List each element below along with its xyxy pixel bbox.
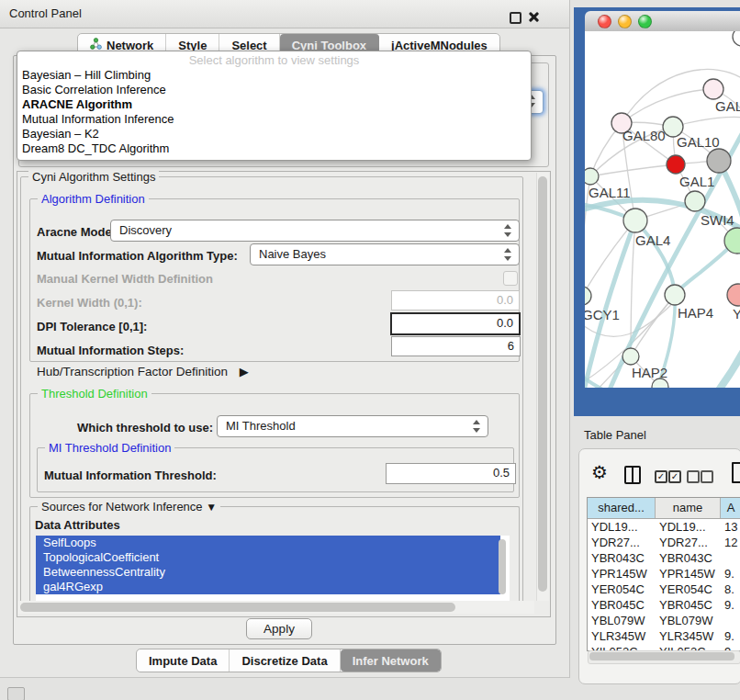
gear-icon[interactable]: ⚙: [591, 463, 608, 481]
network-canvas[interactable]: GAL80GALGAL10GAL1GAL11SWI4GAL4GCY1HAP4YH…: [585, 31, 740, 388]
control-panel-window: Control Panel Network: [0, 0, 570, 678]
tab-discretize-data[interactable]: Discretize Data: [230, 649, 340, 672]
network-node-GAL2[interactable]: [703, 79, 723, 99]
group-title: Algorithm Definition: [38, 192, 149, 206]
group-title: Threshold Definition: [38, 387, 151, 401]
group-title: Cyni Algorithm Settings: [28, 170, 159, 184]
table-cell: [721, 550, 740, 566]
scrollbar-thumb[interactable]: [589, 652, 734, 660]
table-row[interactable]: YER054CYER054C8.: [588, 581, 740, 597]
scrollbar-thumb[interactable]: [538, 176, 547, 592]
network-node-gray-node[interactable]: [707, 149, 731, 173]
desktop: Control Panel Network: [0, 0, 740, 700]
algorithm-dropdown-list: Select algorithm to view settings Bayesi…: [17, 51, 532, 161]
list-scrollbar-thumb[interactable]: [499, 539, 506, 594]
table-row[interactable]: YPR145WYPR145W9.: [588, 566, 740, 581]
table-row[interactable]: YBL079WYBL079W: [588, 613, 740, 628]
data-attribute-item[interactable]: gal4RGexp: [36, 580, 500, 594]
network-edge: [622, 69, 740, 123]
algorithm-option[interactable]: ARACNE Algorithm: [17, 97, 531, 112]
unchecked-checkbox-icon[interactable]: [687, 470, 700, 483]
network-node-HAP2[interactable]: [622, 348, 639, 365]
close-icon[interactable]: [528, 11, 540, 23]
data-attribute-item[interactable]: SelfLoops: [36, 536, 500, 550]
data-attribute-item[interactable]: TopologicalCoefficient: [36, 550, 500, 565]
table-cell: YBL079W: [588, 613, 656, 628]
table-cell: [721, 613, 740, 628]
table-panel-title: Table Panel: [584, 428, 646, 442]
table-row[interactable]: YDL19...YDL19...13: [588, 519, 740, 535]
network-node-salmon-node[interactable]: [727, 284, 740, 306]
control-panel-titlebar: Control Panel: [0, 0, 569, 28]
hub-transcription-factor-expander[interactable]: Hub/Transcription Factor Definition ▶: [37, 365, 249, 378]
network-node-GAL11[interactable]: [585, 168, 599, 185]
node-label: GAL: [715, 98, 740, 114]
mi-algorithm-type-label: Mutual Information Algorithm Type:: [37, 249, 238, 263]
table-horizontal-scrollbar[interactable]: [588, 650, 740, 664]
table-row[interactable]: YBR043CYBR043C: [588, 550, 740, 566]
close-traffic-light[interactable]: [598, 15, 611, 28]
data-attribute-item[interactable]: BetweennessCentrality: [36, 565, 500, 580]
scrollbar-thumb[interactable]: [20, 603, 455, 612]
network-node-HAP4[interactable]: [665, 285, 685, 305]
table-header-row: shared... name A: [588, 498, 740, 519]
network-node-GAL1[interactable]: [667, 155, 685, 174]
node-label: GCY1: [585, 307, 620, 322]
network-node-GAL4[interactable]: [623, 209, 647, 232]
mi-steps-field[interactable]: 6: [391, 336, 521, 356]
mi-threshold-field[interactable]: 0.5: [386, 463, 516, 484]
which-threshold-combo[interactable]: MI Threshold: [217, 415, 488, 437]
node-label: GAL11: [589, 185, 631, 200]
algorithm-option[interactable]: Dream8 DC_TDC Algorithm: [17, 141, 531, 156]
table-row[interactable]: YBR045CYBR045C9.: [588, 597, 740, 613]
algorithm-option[interactable]: Bayesian – Hill Climbing: [17, 68, 531, 83]
network-window-titlebar: [585, 11, 740, 32]
dpi-tolerance-label: DPI Tolerance [0,1]:: [37, 320, 147, 333]
checked-checkbox-icon[interactable]: ✓: [668, 470, 681, 483]
manual-kernel-width-checkbox[interactable]: [503, 271, 518, 286]
checked-checkbox-icon[interactable]: ✓: [655, 470, 667, 483]
network-node-green-node-1[interactable]: [685, 191, 705, 211]
column-header-clipped[interactable]: A: [721, 498, 740, 518]
node-label: HAP4: [678, 305, 713, 321]
group-title: MI Threshold Definition: [45, 441, 174, 455]
tab-label: Infer Network: [353, 654, 429, 668]
algorithm-option[interactable]: Bayesian – K2: [17, 127, 531, 141]
minimize-traffic-light[interactable]: [618, 15, 632, 28]
unchecked-checkbox-icon[interactable]: [701, 470, 713, 483]
node-label: HAP2: [632, 365, 667, 380]
mi-algorithm-type-combo[interactable]: Naive Bayes: [250, 243, 520, 265]
float-window-icon[interactable]: [510, 12, 521, 24]
horizontal-scrollbar[interactable]: [18, 601, 534, 614]
kernel-width-label: Kernel Width (0,1):: [37, 296, 142, 310]
table-row[interactable]: YDR27...YDR27...12: [588, 535, 740, 550]
apply-button[interactable]: Apply: [246, 618, 312, 639]
tab-impute-data[interactable]: Impute Data: [137, 649, 230, 672]
algorithm-option[interactable]: Basic Correlation Inference: [17, 83, 531, 97]
collapsed-panel-icon[interactable]: [7, 687, 25, 700]
vertical-scrollbar[interactable]: [536, 173, 549, 601]
network-node-edge-node[interactable]: [733, 31, 740, 46]
table-cell: YBL079W: [656, 613, 721, 628]
zoom-traffic-light[interactable]: [638, 15, 652, 28]
network-node-GCY1[interactable]: [585, 287, 591, 305]
column-header-shared-name[interactable]: shared...: [588, 498, 656, 518]
node-label: GAL1: [679, 174, 714, 189]
algorithm-option[interactable]: Mutual Information Inference: [17, 112, 531, 127]
node-label: GAL4: [635, 232, 670, 248]
table-row[interactable]: YLR345WYLR345W9.: [588, 628, 740, 644]
node-label: SWI4: [701, 212, 734, 228]
column-layout-icon[interactable]: [624, 466, 641, 484]
tab-infer-network[interactable]: Infer Network: [341, 649, 441, 672]
kernel-width-field[interactable]: 0.0: [391, 290, 520, 310]
document-icon[interactable]: [732, 462, 740, 483]
sources-expander[interactable]: Sources for Network Inference ▼: [38, 500, 220, 514]
network-edge: [694, 347, 740, 388]
column-header-name[interactable]: name: [656, 498, 721, 518]
cyni-bottom-tabbar: Impute Data Discretize Data Infer Networ…: [136, 649, 442, 672]
table-cell: YDR27...: [588, 535, 656, 550]
dpi-tolerance-field[interactable]: 0.0: [390, 312, 521, 335]
window-title: Control Panel: [9, 6, 82, 20]
table-cell: YBR043C: [656, 550, 721, 566]
aracne-mode-combo[interactable]: Discovery: [110, 220, 520, 242]
